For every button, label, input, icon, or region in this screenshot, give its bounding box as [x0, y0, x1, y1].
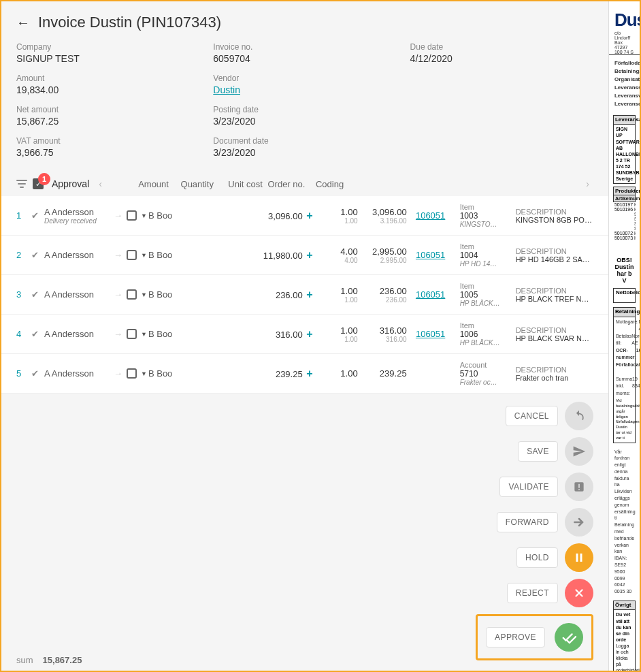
- assignee-dropdown[interactable]: ▼ B Boo: [141, 329, 172, 339]
- company-value: SIGNUP TEST: [16, 53, 199, 64]
- row-order-no: 106051: [407, 210, 455, 221]
- svg-rect-2: [578, 489, 580, 490]
- delivery-address-title: Leveransadress: [614, 116, 635, 125]
- approve-icon[interactable]: [555, 623, 583, 652]
- approve-highlight: APPROVE: [476, 614, 593, 660]
- row-description: DESCRIPTIONFrakter och tran: [510, 366, 593, 382]
- sum-label: sum: [16, 655, 33, 665]
- table-row: 5 ✔ A Andersson → ▼ B Boo 239.25 + 1.00 …: [1, 354, 608, 394]
- approver-name: A Andersson: [44, 250, 110, 260]
- add-icon[interactable]: +: [306, 289, 312, 300]
- document-date-value: 3/23/2020: [213, 147, 396, 158]
- approve-button[interactable]: APPROVE: [486, 627, 545, 647]
- cancel-button[interactable]: CANCEL: [506, 406, 558, 426]
- row-description: DESCRIPTIONHP HD 146GB 2 SAS DP HOT PL: [510, 247, 593, 263]
- approver-name: A Andersson: [44, 368, 110, 379]
- svg-rect-4: [580, 554, 582, 562]
- arrow-right-icon: →: [114, 210, 122, 221]
- amount-value: 19,834.00: [16, 84, 199, 95]
- check-icon: ✔: [31, 250, 39, 260]
- add-icon[interactable]: +: [306, 249, 312, 261]
- chevron-right-icon[interactable]: ›: [582, 178, 593, 189]
- undo-icon[interactable]: [565, 402, 593, 430]
- amount-label: Amount: [16, 74, 199, 83]
- approval-checkbox[interactable]: 1: [33, 178, 44, 189]
- row-amount: 239.25 +: [250, 368, 313, 380]
- row-coding: Account5710Frakter oc…: [455, 361, 510, 386]
- approval-badge-count: 1: [38, 173, 50, 185]
- add-icon[interactable]: +: [306, 210, 312, 221]
- net-amount-label: Net amount: [16, 105, 199, 114]
- row-checkbox[interactable]: [127, 210, 137, 221]
- row-coding: Item1006HP BLÄCK…: [455, 321, 510, 347]
- row-quantity: 1.001.00: [313, 286, 358, 304]
- row-number: 3: [16, 289, 29, 300]
- table-row: 2 ✔ A Andersson → ▼ B Boo 11,980.00 + 4.…: [1, 236, 608, 275]
- col-coding: Coding: [310, 179, 366, 189]
- vat-amount-label: VAT amount: [16, 136, 199, 146]
- send-icon[interactable]: [565, 437, 593, 466]
- hold-button[interactable]: HOLD: [516, 547, 558, 568]
- row-unit-cost: 239.25: [358, 368, 407, 379]
- approver-name: A AnderssonDelivery received: [44, 207, 110, 225]
- assignee-dropdown[interactable]: ▼ B Boo: [141, 250, 172, 260]
- payment-note: Vid betalningsdröjsmål utgår årligenförf…: [616, 398, 633, 441]
- validate-button[interactable]: VALIDATE: [499, 477, 557, 497]
- chevron-left-icon[interactable]: ‹: [95, 178, 106, 189]
- row-checkbox[interactable]: [127, 289, 137, 300]
- row-quantity: 4.004.00: [313, 246, 358, 264]
- approval-label: Approval: [52, 178, 89, 189]
- reject-button[interactable]: REJECT: [507, 583, 558, 603]
- table-row: 3 ✔ A Andersson → ▼ B Boo 236.00 + 1.001…: [1, 275, 608, 315]
- svg-rect-1: [578, 484, 580, 488]
- row-amount: 3,096.00 +: [250, 210, 313, 222]
- invoice-no-label: Invoice no.: [213, 42, 396, 52]
- add-icon[interactable]: +: [306, 368, 312, 379]
- net-amount-value: 15,867.25: [16, 116, 199, 127]
- row-unit-cost: 3,096.003.196.00: [358, 207, 407, 225]
- table-row: 1 ✔ A AnderssonDelivery received → ▼ B B…: [1, 196, 608, 236]
- document-date-label: Document date: [213, 136, 396, 146]
- row-checkbox[interactable]: [127, 368, 137, 379]
- assignee-dropdown[interactable]: ▼ B Boo: [141, 368, 172, 379]
- arrow-right-icon: →: [114, 329, 122, 339]
- posting-date-value: 3/23/2020: [213, 116, 396, 127]
- check-icon: ✔: [31, 289, 39, 300]
- row-quantity: 1.00: [313, 368, 358, 379]
- payment-info-title: Betalningsinformation: [614, 308, 635, 317]
- sum-value: 15,867.25: [43, 655, 82, 665]
- row-checkbox[interactable]: [127, 329, 137, 339]
- forward-icon[interactable]: [565, 508, 593, 537]
- arrow-right-icon: →: [114, 289, 122, 300]
- alert-icon[interactable]: [565, 473, 593, 501]
- assignee-dropdown[interactable]: ▼ B Boo: [141, 210, 172, 221]
- row-quantity: 1.001.00: [313, 325, 358, 343]
- row-description: DESCRIPTIONHP BLACK SVAR NO.339 21ML: [510, 326, 593, 342]
- order-link[interactable]: 106051: [416, 329, 445, 339]
- back-arrow-icon[interactable]: ←: [16, 15, 30, 31]
- vendor-address-line: c/o Lindorff Box 47297 100 74 S: [609, 31, 640, 55]
- row-coding: Item1004HP HD 14…: [455, 242, 510, 268]
- row-checkbox[interactable]: [127, 250, 137, 260]
- vendor-link[interactable]: Dustin: [213, 84, 396, 95]
- order-link[interactable]: 106051: [416, 250, 445, 260]
- close-icon[interactable]: [565, 579, 593, 607]
- row-order-no: 106051: [407, 250, 455, 260]
- svg-rect-3: [576, 554, 578, 562]
- add-icon[interactable]: +: [306, 328, 312, 340]
- posting-date-label: Posting date: [213, 105, 396, 114]
- row-unit-cost: 236.00236.00: [358, 286, 407, 304]
- approver-name: A Andersson: [44, 329, 110, 339]
- line-items-table: 1 ✔ A AnderssonDelivery received → ▼ B B…: [1, 196, 608, 394]
- assignee-dropdown[interactable]: ▼ B Boo: [141, 289, 172, 300]
- row-description: DESCRIPTIONHP BLACK TREF NO.343: [510, 287, 593, 303]
- order-link[interactable]: 106051: [416, 289, 445, 300]
- filter-icon[interactable]: [16, 178, 27, 189]
- forward-button[interactable]: FORWARD: [497, 512, 558, 532]
- save-button[interactable]: SAVE: [518, 441, 558, 462]
- col-amount: Amount: [106, 179, 169, 189]
- pause-icon[interactable]: [565, 543, 593, 572]
- row-number: 1: [16, 210, 29, 221]
- order-link[interactable]: 106051: [416, 210, 445, 221]
- row-description: DESCRIPTIONKINGSTON 8GB POWER KIT - KT X…: [510, 208, 593, 224]
